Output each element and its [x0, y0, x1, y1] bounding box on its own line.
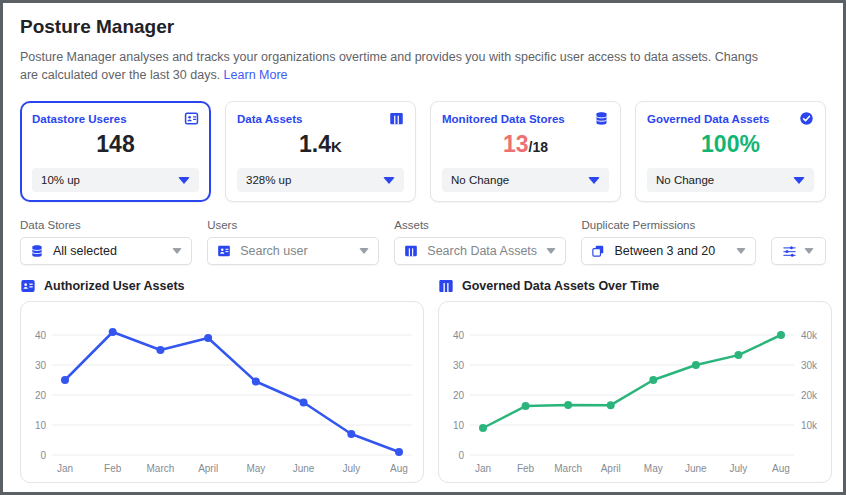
svg-text:10: 10 — [453, 420, 465, 431]
card-value: 1.4K — [237, 131, 404, 160]
trend-label: 10% up — [41, 174, 80, 186]
stat-cards-row: Datastore Useres 148 10% up Data Assets — [20, 101, 826, 202]
svg-text:20k: 20k — [801, 390, 818, 401]
chevron-down-icon — [736, 248, 746, 254]
chart-authorized-user-assets: Authorized User Assets 010203040JanFebMa… — [20, 278, 424, 483]
trend-dropdown[interactable]: No Change — [442, 168, 609, 192]
svg-text:30k: 30k — [801, 360, 818, 371]
svg-text:30: 30 — [35, 360, 47, 371]
svg-text:0: 0 — [40, 450, 46, 461]
badge-icon — [184, 111, 199, 126]
copy-icon — [591, 244, 605, 258]
svg-text:10k: 10k — [801, 420, 818, 431]
page-header: Posture Manager Posture Manager analyses… — [3, 3, 843, 84]
chevron-down-icon — [546, 248, 556, 254]
svg-text:Jan: Jan — [57, 463, 73, 474]
card-value: 13/18 — [442, 131, 609, 160]
filters-row: Data Stores All selected Users Search us… — [20, 219, 826, 265]
check-circle-icon — [799, 111, 814, 126]
svg-text:March: March — [554, 463, 582, 474]
svg-text:10: 10 — [35, 420, 47, 431]
chart-canvas: 01010k2020k3030k4040kJanFebMarchAprilMay… — [440, 303, 830, 481]
svg-text:July: July — [730, 463, 748, 474]
filter-users: Users Search user — [207, 219, 379, 265]
posture-manager-page: Posture Manager Posture Manager analyses… — [0, 0, 846, 495]
learn-more-link[interactable]: Learn More — [224, 68, 288, 82]
trend-dropdown[interactable]: No Change — [647, 168, 814, 192]
line-chart-authorized-user-assets: 010203040JanFebMarchAprilMayJuneJulyAug — [20, 301, 424, 483]
svg-text:40: 40 — [453, 330, 465, 341]
columns-icon — [404, 244, 418, 258]
filter-label: Assets — [394, 219, 566, 231]
users-search-select[interactable]: Search user — [207, 237, 379, 265]
badge-solid-icon — [20, 278, 36, 294]
filter-settings-button[interactable] — [771, 237, 826, 265]
database-icon — [30, 244, 44, 258]
chevron-down-icon — [178, 177, 190, 184]
stat-card-governed-data-assets[interactable]: Governed Data Assets 100% No Change — [635, 101, 826, 202]
svg-text:March: March — [147, 463, 175, 474]
trend-label: 328% up — [246, 174, 291, 186]
database-icon — [594, 111, 609, 126]
stat-card-data-assets[interactable]: Data Assets 1.4K 328% up — [225, 101, 416, 202]
svg-text:June: June — [293, 463, 315, 474]
chevron-down-icon — [588, 177, 600, 184]
trend-dropdown[interactable]: 328% up — [237, 168, 404, 192]
svg-text:0: 0 — [458, 450, 464, 461]
svg-text:20: 20 — [35, 390, 47, 401]
data-stores-select[interactable]: All selected — [20, 237, 192, 265]
chart-title: Governed Data Assets Over Time — [462, 279, 659, 293]
selected-value: All selected — [53, 244, 117, 258]
filter-label: Duplicate Permissions — [581, 219, 755, 231]
stat-card-monitored-data-stores[interactable]: Monitored Data Stores 13/18 No Change — [430, 101, 621, 202]
chevron-down-icon — [793, 177, 805, 184]
card-title: Data Assets — [237, 113, 302, 125]
chevron-down-icon — [172, 248, 182, 254]
placeholder-text: Search user — [240, 244, 307, 258]
card-title: Datastore Useres — [32, 113, 127, 125]
filter-label: Data Stores — [20, 219, 192, 231]
svg-text:May: May — [644, 463, 663, 474]
svg-text:July: July — [342, 463, 360, 474]
chart-governed-data-assets: Governed Data Assets Over Time 01010k202… — [438, 278, 832, 483]
placeholder-text: Search Data Assets — [427, 244, 537, 258]
svg-text:April: April — [601, 463, 621, 474]
chevron-down-icon — [359, 248, 369, 254]
filter-assets: Assets Search Data Assets — [394, 219, 566, 265]
trend-label: No Change — [451, 174, 509, 186]
duplicate-permissions-select[interactable]: Between 3 and 20 — [581, 237, 755, 265]
sliders-icon — [782, 244, 797, 259]
filter-label: Users — [207, 219, 379, 231]
chart-canvas: 010203040JanFebMarchAprilMayJuneJulyAug — [22, 303, 422, 481]
svg-text:Jan: Jan — [475, 463, 491, 474]
columns-icon — [389, 111, 404, 126]
charts-row: Authorized User Assets 010203040JanFebMa… — [20, 278, 826, 483]
svg-text:Feb: Feb — [104, 463, 122, 474]
svg-text:April: April — [198, 463, 218, 474]
card-title: Governed Data Assets — [647, 113, 769, 125]
assets-search-select[interactable]: Search Data Assets — [394, 237, 566, 265]
chevron-down-icon — [804, 248, 814, 254]
page-description-text: Posture Manager analyses and tracks your… — [20, 50, 758, 82]
svg-text:May: May — [246, 463, 265, 474]
card-value: 100% — [647, 131, 814, 160]
trend-dropdown[interactable]: 10% up — [32, 168, 199, 192]
svg-text:June: June — [685, 463, 707, 474]
badge-icon — [217, 244, 231, 258]
filter-data-stores: Data Stores All selected — [20, 219, 192, 265]
line-chart-governed-data-assets: 01010k2020k3030k4040kJanFebMarchAprilMay… — [438, 301, 832, 483]
card-value: 148 — [32, 131, 199, 160]
chevron-down-icon — [383, 177, 395, 184]
columns-icon — [438, 278, 454, 294]
selected-value: Between 3 and 20 — [614, 244, 715, 258]
stat-card-datastore-users[interactable]: Datastore Useres 148 10% up — [20, 101, 211, 202]
svg-text:Feb: Feb — [517, 463, 535, 474]
svg-text:30: 30 — [453, 360, 465, 371]
svg-text:40k: 40k — [801, 330, 818, 341]
svg-text:Aug: Aug — [390, 463, 408, 474]
page-description: Posture Manager analyses and tracks your… — [20, 48, 768, 84]
svg-text:20: 20 — [453, 390, 465, 401]
filter-duplicate-permissions: Duplicate Permissions Between 3 and 20 — [581, 219, 755, 265]
card-title: Monitored Data Stores — [442, 113, 565, 125]
svg-text:40: 40 — [35, 330, 47, 341]
